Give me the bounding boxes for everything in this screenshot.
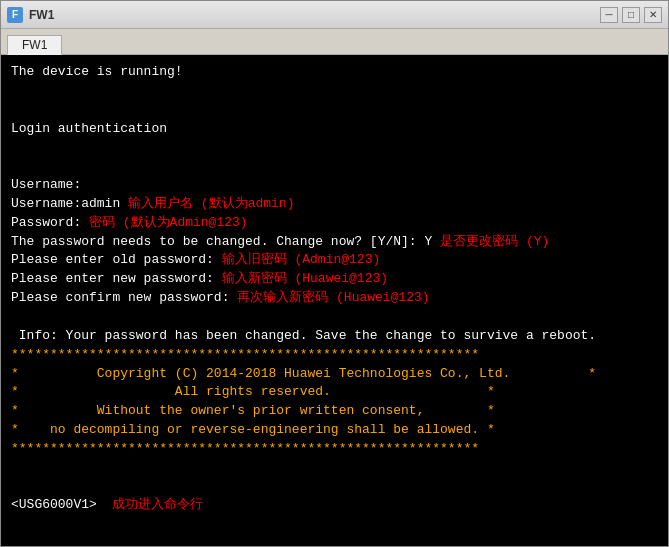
- line-old-pw: Please enter old password: 输入旧密码 (Admin@…: [11, 251, 658, 270]
- line-copyright: * Copyright (C) 2014-2018 Huawei Technol…: [11, 365, 658, 384]
- line-prompt: <USG6000V1> 成功进入命令行: [11, 496, 658, 515]
- window: F FW1 ─ □ ✕ FW1 The device is running! L…: [0, 0, 669, 547]
- window-icon: F: [7, 7, 23, 23]
- line-username-label: Username:: [11, 176, 658, 195]
- line-info: Info: Your password has been changed. Sa…: [11, 327, 658, 346]
- terminal: The device is running! Login authenticat…: [1, 55, 668, 546]
- line-blank-4: [11, 157, 658, 176]
- tab-bar: FW1: [1, 29, 668, 55]
- line-without: * Without the owner's prior written cons…: [11, 402, 658, 421]
- line-stars-2: ****************************************…: [11, 440, 658, 459]
- fw1-tab[interactable]: FW1: [7, 35, 62, 55]
- minimize-button[interactable]: ─: [600, 7, 618, 23]
- line-username-input: Username:admin 输入用户名 (默认为admin): [11, 195, 658, 214]
- line-new-pw: Please enter new password: 输入新密码 (Huawei…: [11, 270, 658, 289]
- line-blank-3: [11, 138, 658, 157]
- line-blank-2: [11, 101, 658, 120]
- line-1: The device is running!: [11, 63, 658, 82]
- line-blank-6: [11, 459, 658, 478]
- title-bar-left: F FW1: [7, 7, 54, 23]
- line-blank-7: [11, 478, 658, 497]
- line-blank-1: [11, 82, 658, 101]
- line-decompile: * no decompiling or reverse-engineering …: [11, 421, 658, 440]
- line-rights: * All rights reserved. *: [11, 383, 658, 402]
- line-login-auth: Login authentication: [11, 120, 658, 139]
- line-confirm-pw: Please confirm new password: 再次输入新密码 (Hu…: [11, 289, 658, 308]
- title-bar: F FW1 ─ □ ✕: [1, 1, 668, 29]
- window-controls: ─ □ ✕: [600, 7, 662, 23]
- line-stars-1: ****************************************…: [11, 346, 658, 365]
- restore-button[interactable]: □: [622, 7, 640, 23]
- title-text: FW1: [29, 8, 54, 22]
- line-change-pw: The password needs to be changed. Change…: [11, 233, 658, 252]
- line-blank-5: [11, 308, 658, 327]
- close-button[interactable]: ✕: [644, 7, 662, 23]
- line-password: Password: 密码 (默认为Admin@123): [11, 214, 658, 233]
